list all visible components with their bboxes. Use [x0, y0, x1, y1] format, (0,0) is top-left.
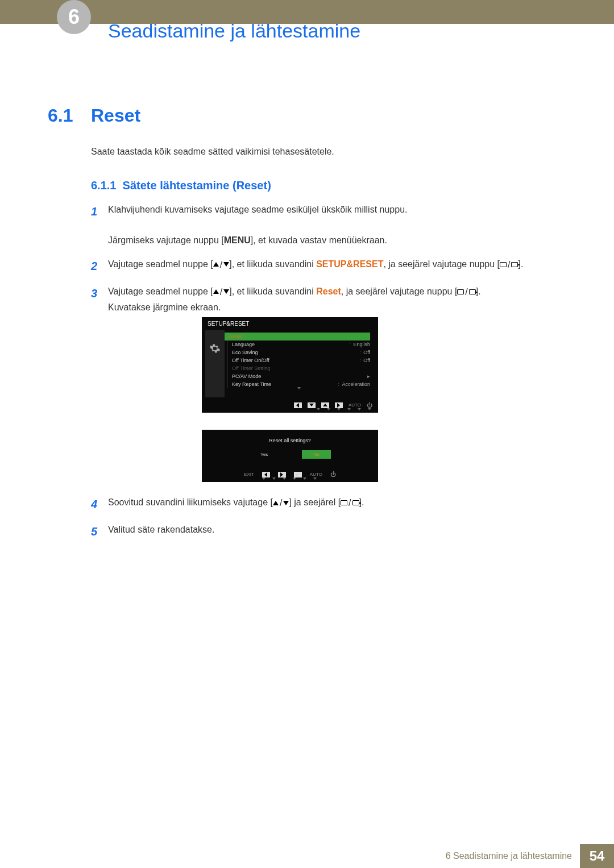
text: ], et kuvada vastav menüüekraan.	[251, 235, 387, 245]
nav-left-icon	[294, 402, 302, 408]
up-down-icon: /	[273, 495, 289, 510]
osd-confirm: Reset all settings? Yes No EXIT ↵ AUTO ⏻	[202, 430, 378, 482]
osd-setup-reset: SETUP&RESET Reset LanguageEnglish Eco Sa…	[202, 317, 378, 413]
menu-label: MENU	[224, 235, 251, 245]
step-number: 1	[91, 202, 108, 248]
steps-list: 1 Klahvijuhendi kuvamiseks vajutage sead…	[91, 202, 569, 323]
text: , ja seejärel vajutage nuppu [	[341, 286, 458, 296]
rect-source-icon: /	[457, 284, 475, 300]
text: Kuvatakse järgmine ekraan.	[108, 302, 221, 312]
nav-enter-icon: ↵	[294, 472, 302, 477]
subsection-heading: 6.1.1 Sätete lähtestamine (Reset)	[91, 179, 271, 192]
step-4: 4 Soovitud suvandini liikumiseks vajutag…	[91, 495, 569, 514]
osd-title: SETUP&RESET	[202, 317, 378, 330]
target-label: Reset	[316, 286, 341, 296]
label: Key Repeat Time	[232, 381, 271, 387]
text: Vajutage seadmel nuppe [	[108, 259, 213, 269]
steps-list-lower: 4 Soovitud suvandini liikumiseks vajutag…	[91, 495, 569, 549]
rect-source-icon: /	[341, 495, 359, 510]
osd-menu-list: Reset LanguageEnglish Eco SavingOff Off …	[225, 330, 375, 397]
text: ], et liikuda suvandini	[229, 286, 316, 296]
step-number: 4	[91, 495, 108, 514]
section-title: Reset	[91, 105, 140, 126]
osd-navbar: EXIT ↵ AUTO ⏻	[202, 469, 378, 477]
nav-left-icon	[262, 472, 270, 477]
power-icon: ⏻	[330, 471, 336, 477]
text: Soovitud suvandini liikumiseks vajutage …	[108, 497, 273, 507]
step-number: 2	[91, 256, 108, 276]
confirm-yes: Yes	[249, 450, 279, 459]
confirm-question: Reset all settings?	[202, 438, 378, 443]
osd-row-offtimer-setting: Off Timer Setting	[227, 364, 370, 372]
label: Reset	[229, 334, 243, 339]
step-number: 5	[91, 522, 108, 541]
subsection-number: 6.1.1	[91, 179, 116, 192]
footer-page-number: 54	[580, 844, 614, 868]
step-3: 3 Vajutage seadmel nuppe [ / ], et liiku…	[91, 284, 569, 315]
nav-down-icon	[308, 402, 316, 408]
up-down-icon: /	[213, 257, 229, 272]
value: Off	[359, 350, 370, 355]
nav-auto-label: AUTO	[310, 472, 322, 477]
step-2: 2 Vajutage seadmel nuppe [ / ], et liiku…	[91, 256, 569, 276]
target-label: SETUP&RESET	[316, 259, 383, 269]
subsection-title: Sätete lähtestamine (Reset)	[123, 179, 271, 192]
footer-text: 6 Seadistamine ja lähtestamine	[446, 844, 580, 868]
step-body: Valitud säte rakendatakse.	[108, 522, 569, 541]
step-body: Vajutage seadmel nuppe [ / ], et liikuda…	[108, 256, 569, 276]
scroll-down-icon	[297, 387, 301, 395]
step-body: Vajutage seadmel nuppe [ / ], et liikuda…	[108, 284, 569, 315]
osd-screenshots: SETUP&RESET Reset LanguageEnglish Eco Sa…	[202, 317, 378, 499]
osd-navbar: AUTO ⏻	[202, 400, 378, 408]
section-intro: Saate taastada kõik seadme sätted vaikim…	[91, 147, 569, 157]
rect-source-icon: /	[500, 257, 518, 272]
chapter-title: Seadistamine ja lähtestamine	[108, 20, 360, 42]
nav-right-icon	[335, 402, 343, 408]
gear-icon	[209, 343, 221, 354]
section-number: 6.1	[48, 105, 73, 126]
osd-row-language: LanguageEnglish	[227, 340, 370, 348]
power-icon: ⏻	[367, 402, 372, 408]
nav-auto-label: AUTO	[349, 402, 361, 408]
text: Klahvijuhendi kuvamiseks vajutage seadme…	[108, 205, 407, 214]
osd-row-reset: Reset	[225, 333, 370, 340]
text: ] ja seejärel [	[289, 497, 341, 507]
value: English	[349, 342, 370, 347]
label: PC/AV Mode	[232, 373, 261, 379]
label: Language	[232, 342, 255, 347]
chapter-badge: 6	[57, 0, 91, 34]
value: Off	[359, 358, 370, 363]
label: Off Timer Setting	[232, 366, 270, 371]
osd-row-pcav: PC/AV Mode▸	[227, 372, 370, 380]
chevron-right-icon: ▸	[367, 373, 370, 379]
osd-row-eco: Eco SavingOff	[227, 348, 370, 356]
page-footer: 6 Seadistamine ja lähtestamine 54	[0, 844, 614, 868]
nav-right-icon	[278, 472, 286, 477]
step-body: Soovitud suvandini liikumiseks vajutage …	[108, 495, 569, 514]
up-down-icon: /	[213, 284, 229, 300]
text: ], et liikuda suvandini	[229, 259, 316, 269]
chapter-number: 6	[68, 5, 80, 29]
step-body: Klahvijuhendi kuvamiseks vajutage seadme…	[108, 202, 569, 248]
value: Acceleration	[338, 381, 370, 387]
text: Vajutage seadmel nuppe [	[108, 286, 213, 296]
label: Off Timer On/Off	[232, 358, 269, 363]
confirm-no: No	[302, 450, 330, 459]
label: Eco Saving	[232, 350, 258, 355]
osd-row-offtimer: Off Timer On/OffOff	[227, 356, 370, 364]
text: Järgmiseks vajutage nuppu [	[108, 235, 224, 245]
step-1: 1 Klahvijuhendi kuvamiseks vajutage sead…	[91, 202, 569, 248]
step-number: 3	[91, 284, 108, 315]
step-5: 5 Valitud säte rakendatakse.	[91, 522, 569, 541]
text: , ja seejärel vajutage nuppu [	[383, 259, 500, 269]
nav-up-icon	[321, 402, 329, 408]
exit-label: EXIT	[244, 472, 254, 477]
osd-side-icon	[205, 330, 225, 397]
